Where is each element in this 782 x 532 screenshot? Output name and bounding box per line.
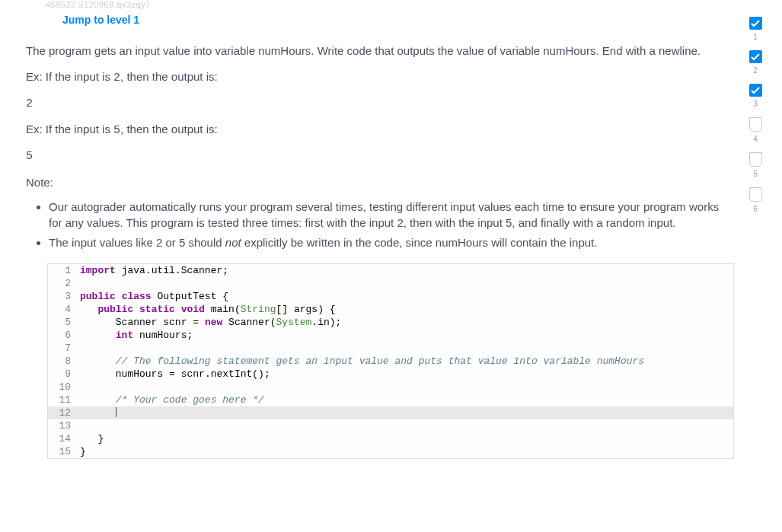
intro-text: The program gets an input value into var… xyxy=(26,43,721,59)
level-badge[interactable]: 5 xyxy=(749,152,762,178)
code-line[interactable] xyxy=(77,277,733,290)
shield-icon xyxy=(749,187,762,202)
code-line[interactable] xyxy=(77,342,733,355)
level-badge[interactable]: 3 xyxy=(749,84,762,108)
code-line[interactable]: // The following statement gets an input… xyxy=(77,355,733,368)
code-line[interactable] xyxy=(77,381,733,393)
line-number: 12 xyxy=(48,406,77,419)
code-line[interactable]: } xyxy=(77,445,733,458)
line-number: 6 xyxy=(48,329,77,342)
example-2-in: Ex: If the input is 5, then the output i… xyxy=(26,121,721,139)
check-icon xyxy=(749,50,762,63)
example-2-out: 5 xyxy=(26,148,721,165)
note-item: The input values like 2 or 5 should not … xyxy=(49,234,721,251)
line-number: 14 xyxy=(48,432,77,445)
problem-statement: The program gets an input value into var… xyxy=(26,43,721,251)
code-line-active[interactable] xyxy=(77,406,733,419)
line-number: 9 xyxy=(48,368,77,381)
line-number: 4 xyxy=(48,303,77,316)
level-badge[interactable]: 4 xyxy=(749,117,762,143)
line-number: 5 xyxy=(48,316,77,329)
line-number: 1 xyxy=(48,264,77,277)
code-line[interactable]: Scanner scnr = new Scanner(System.in); xyxy=(77,316,733,329)
note-label: Note: xyxy=(26,174,721,191)
check-icon xyxy=(749,84,762,97)
example-1-out: 2 xyxy=(26,96,721,113)
code-line[interactable]: import java.util.Scanner; xyxy=(77,264,733,277)
jump-to-level-link[interactable]: Jump to level 1 xyxy=(62,14,139,26)
line-number: 11 xyxy=(48,393,77,406)
note-item: Our autograder automatically runs your p… xyxy=(49,199,721,232)
line-number: 13 xyxy=(48,419,77,432)
line-number: 3 xyxy=(48,290,77,303)
text-cursor-icon xyxy=(116,407,117,417)
code-line[interactable]: int numHours; xyxy=(77,329,733,342)
activity-hash: 459522.3120968.qx3zqy7 xyxy=(46,0,782,9)
line-number: 10 xyxy=(48,381,77,393)
level-badge[interactable]: 1 xyxy=(749,17,762,41)
example-1-in: Ex: If the input is 2, then the output i… xyxy=(26,68,721,87)
line-number: 2 xyxy=(48,277,77,290)
code-line[interactable]: /* Your code goes here */ xyxy=(77,393,733,406)
line-number: 15 xyxy=(48,445,77,458)
level-badge[interactable]: 2 xyxy=(749,50,762,75)
shield-icon xyxy=(749,117,762,132)
line-number: 7 xyxy=(48,342,77,355)
code-line[interactable]: } xyxy=(77,432,733,445)
code-line[interactable]: public class OutputTest { xyxy=(77,290,733,303)
code-editor[interactable]: 1 import java.util.Scanner; 2 3 public c… xyxy=(47,263,734,459)
line-number: 8 xyxy=(48,355,77,368)
shield-icon xyxy=(749,152,762,167)
code-line[interactable]: public static void main(String[] args) { xyxy=(77,303,733,316)
code-line[interactable] xyxy=(77,419,733,432)
level-badge[interactable]: 6 xyxy=(749,187,762,213)
level-progress: 1 2 3 4 5 6 xyxy=(744,17,767,222)
code-line[interactable]: numHours = scnr.nextInt(); xyxy=(77,368,733,381)
check-icon xyxy=(749,17,762,30)
